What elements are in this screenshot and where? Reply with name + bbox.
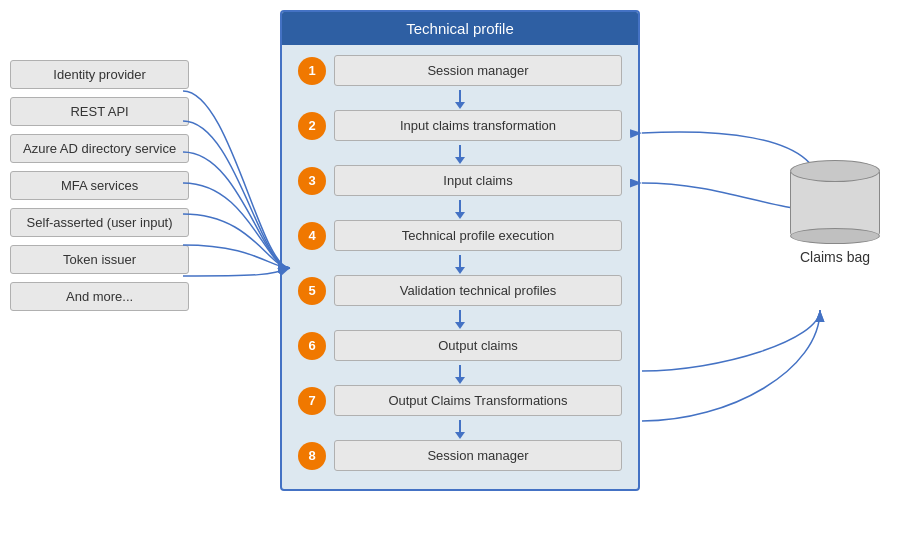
step-row-7: 7Output Claims Transformations <box>298 385 622 416</box>
step-badge-1: 1 <box>298 57 326 85</box>
step-box-7: Output Claims Transformations <box>334 385 622 416</box>
step-row-4: 4Technical profile execution <box>298 220 622 251</box>
step-badge-8: 8 <box>298 442 326 470</box>
step-box-4: Technical profile execution <box>334 220 622 251</box>
step-box-1: Session manager <box>334 55 622 86</box>
step-badge-4: 4 <box>298 222 326 250</box>
step-row-2: 2Input claims transformation <box>298 110 622 141</box>
left-box-identity-provider: Identity provider <box>10 60 189 89</box>
arrow-down-4 <box>298 253 622 275</box>
left-box-rest-api: REST API <box>10 97 189 126</box>
arrow-down-1 <box>298 88 622 110</box>
step-box-3: Input claims <box>334 165 622 196</box>
cylinder-bottom <box>790 228 880 244</box>
step-row-6: 6Output claims <box>298 330 622 361</box>
step-box-5: Validation technical profiles <box>334 275 622 306</box>
tp-header: Technical profile <box>282 12 638 45</box>
arrow-down-6 <box>298 363 622 385</box>
cylinder-top <box>790 160 880 182</box>
step-badge-7: 7 <box>298 387 326 415</box>
left-box-token-issuer: Token issuer <box>10 245 189 274</box>
arrow-down-7 <box>298 418 622 440</box>
step-row-3: 3Input claims <box>298 165 622 196</box>
diagram-container: Identity providerREST APIAzure AD direct… <box>0 0 910 539</box>
left-box-self-asserted: Self-asserted (user input) <box>10 208 189 237</box>
step-box-2: Input claims transformation <box>334 110 622 141</box>
left-box-azure-ad: Azure AD directory service <box>10 134 189 163</box>
left-box-and-more: And more... <box>10 282 189 311</box>
step-badge-5: 5 <box>298 277 326 305</box>
step-row-5: 5Validation technical profiles <box>298 275 622 306</box>
step-badge-6: 6 <box>298 332 326 360</box>
left-box-mfa-services: MFA services <box>10 171 189 200</box>
claims-bag: Claims bag <box>790 160 880 265</box>
cylinder <box>790 160 880 237</box>
arrow-down-3 <box>298 198 622 220</box>
step-badge-3: 3 <box>298 167 326 195</box>
arrow-down-2 <box>298 143 622 165</box>
technical-profile-panel: Technical profile 1Session manager2Input… <box>280 10 640 491</box>
arrow-down-5 <box>298 308 622 330</box>
step-row-1: 1Session manager <box>298 55 622 86</box>
step-box-6: Output claims <box>334 330 622 361</box>
left-boxes: Identity providerREST APIAzure AD direct… <box>10 60 189 311</box>
step-badge-2: 2 <box>298 112 326 140</box>
claims-bag-label: Claims bag <box>790 249 880 265</box>
step-box-8: Session manager <box>334 440 622 471</box>
tp-steps: 1Session manager2Input claims transforma… <box>282 55 638 473</box>
step-row-8: 8Session manager <box>298 440 622 471</box>
